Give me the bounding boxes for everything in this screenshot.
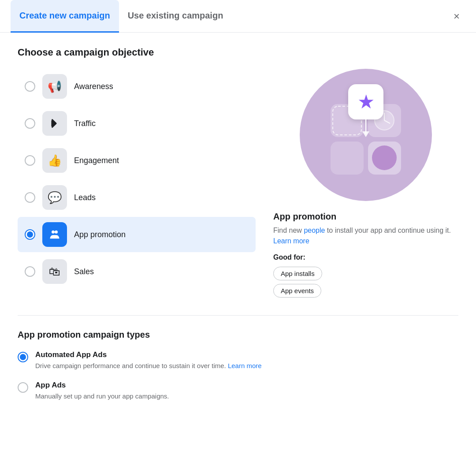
radio-app-promotion[interactable] — [25, 229, 35, 240]
header: Create new campaign Use existing campaig… — [0, 0, 476, 33]
tags-list: App installs App events — [273, 267, 322, 298]
svg-point-1 — [52, 231, 55, 234]
app-ads-text: App Ads Manually set up and run your app… — [35, 381, 169, 401]
svg-text:★: ★ — [357, 91, 375, 112]
main-content: Choose a campaign objective 📢 Awareness … — [0, 33, 476, 425]
awareness-icon-box: 📢 — [42, 74, 67, 99]
awareness-label: Awareness — [74, 82, 113, 91]
campaign-types-section: App promotion campaign types Automated A… — [18, 315, 458, 401]
app-ads-desc: Manually set up and run your app campaig… — [35, 391, 169, 401]
objectives-list: 📢 Awareness Traffic 👍 Engagement 💬 — [18, 69, 256, 298]
engagement-icon-box: 👍 — [42, 148, 67, 173]
leads-icon-box: 💬 — [42, 185, 67, 210]
objective-item-traffic[interactable]: Traffic — [18, 106, 256, 141]
objective-item-awareness[interactable]: 📢 Awareness — [18, 69, 256, 104]
svg-rect-8 — [331, 142, 364, 175]
panel-desc-prefix: Find new — [273, 227, 304, 234]
svg-point-10 — [372, 145, 397, 170]
objective-item-app-promotion[interactable]: App promotion — [18, 217, 256, 252]
tab-create-new-campaign[interactable]: Create new campaign — [11, 0, 119, 33]
radio-leads[interactable] — [25, 192, 35, 203]
app-promotion-illustration: ★ — [300, 69, 432, 201]
automated-app-ads-name: Automated App Ads — [35, 350, 262, 359]
radio-engagement[interactable] — [25, 155, 35, 166]
radio-inner-automated — [20, 354, 26, 360]
campaign-type-app-ads[interactable]: App Ads Manually set up and run your app… — [18, 381, 458, 401]
svg-marker-15 — [362, 131, 369, 137]
page-title: Choose a campaign objective — [18, 47, 458, 58]
automated-app-ads-text: Automated App Ads Drive campaign perform… — [35, 350, 262, 370]
svg-point-2 — [55, 231, 58, 234]
content-grid: 📢 Awareness Traffic 👍 Engagement 💬 — [18, 69, 458, 298]
traffic-icon-box — [42, 111, 67, 136]
panel-learn-more-link[interactable]: Learn more — [273, 237, 309, 245]
app-promotion-label: App promotion — [74, 230, 126, 239]
good-for-label: Good for: — [273, 253, 305, 261]
engagement-label: Engagement — [74, 156, 119, 165]
panel-people-link[interactable]: people — [304, 227, 325, 234]
traffic-label: Traffic — [74, 119, 96, 128]
radio-traffic[interactable] — [25, 118, 35, 129]
svg-marker-0 — [52, 119, 56, 128]
radio-automated-app-ads[interactable] — [18, 352, 28, 362]
objective-item-engagement[interactable]: 👍 Engagement — [18, 143, 256, 178]
sales-icon-box: 🛍 — [42, 259, 67, 284]
app-promotion-icon-box — [42, 222, 67, 247]
tag-app-installs: App installs — [273, 267, 322, 280]
close-button[interactable]: × — [448, 7, 465, 25]
radio-sales[interactable] — [25, 266, 35, 277]
radio-app-ads[interactable] — [18, 382, 28, 393]
panel-title: App promotion — [273, 212, 336, 222]
panel-description: Find new people to install your app and … — [273, 225, 458, 246]
radio-inner-app-promotion — [27, 231, 33, 238]
campaign-types-title: App promotion campaign types — [18, 330, 458, 340]
app-ads-name: App Ads — [35, 381, 169, 390]
automated-app-ads-desc: Drive campaign performance and continue … — [35, 361, 262, 370]
objective-item-leads[interactable]: 💬 Leads — [18, 180, 256, 215]
campaign-type-automated[interactable]: Automated App Ads Drive campaign perform… — [18, 350, 458, 370]
right-panel: ★ App promotion Find new people to insta… — [273, 69, 458, 298]
leads-label: Leads — [74, 193, 96, 202]
sales-label: Sales — [74, 267, 94, 276]
objective-item-sales[interactable]: 🛍 Sales — [18, 254, 256, 289]
panel-desc-suffix: to install your app and continue using i… — [325, 227, 451, 234]
tab-use-existing-campaign[interactable]: Use existing campaign — [119, 0, 232, 33]
automated-learn-more-link[interactable]: Learn more — [228, 362, 262, 369]
tag-app-events: App events — [273, 284, 321, 298]
radio-awareness[interactable] — [25, 81, 35, 92]
